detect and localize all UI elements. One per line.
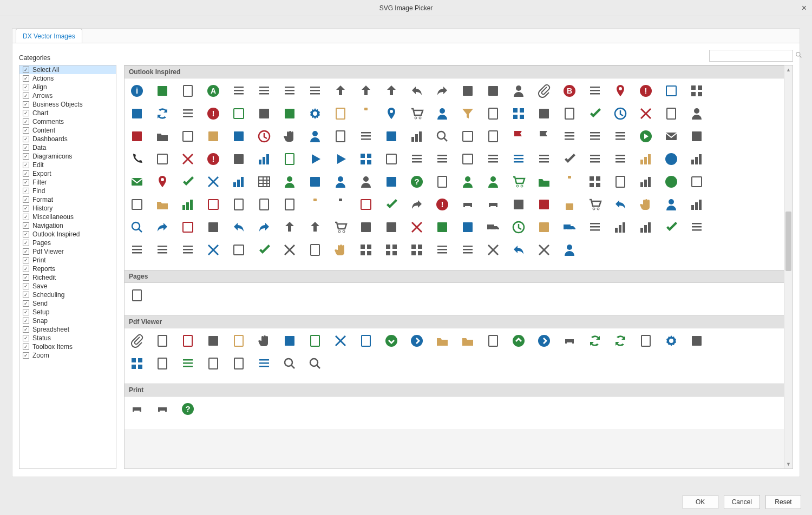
receipt-icon[interactable] [485, 128, 501, 144]
checkbox-icon[interactable]: ✓ [23, 75, 29, 82]
stacks-icon[interactable] [689, 196, 705, 213]
play-circle-icon[interactable] [638, 128, 654, 144]
graduate-icon[interactable] [689, 105, 705, 122]
scissors-icon[interactable] [536, 105, 552, 122]
checkbox-icon[interactable]: ✓ [23, 162, 29, 168]
checkbox-icon[interactable]: ✓ [23, 222, 29, 229]
redo-blue-icon[interactable] [256, 219, 272, 235]
share-arrow-icon[interactable] [154, 219, 171, 235]
calendar-icon[interactable] [256, 174, 272, 190]
monitor-icon[interactable] [689, 174, 705, 190]
doc-outline-icon[interactable] [332, 128, 349, 144]
edit-floppy-icon[interactable] [460, 219, 476, 235]
strikethru-icon[interactable] [689, 219, 705, 235]
funnel-icon[interactable] [460, 105, 476, 122]
line-spacing-icon[interactable] [510, 151, 527, 167]
close-icon[interactable]: × [802, 3, 807, 13]
sort-bars-desc-icon[interactable] [638, 219, 654, 235]
user-icon[interactable] [434, 105, 450, 122]
pin-red-icon[interactable] [154, 174, 171, 190]
table-icon[interactable] [587, 174, 603, 190]
arrow-upright-icon[interactable] [358, 83, 374, 99]
text-doc-icon[interactable] [154, 355, 171, 372]
cart-return-icon[interactable] [332, 219, 349, 235]
grid3-icon[interactable] [409, 242, 425, 258]
font-smaller-icon[interactable] [587, 128, 603, 144]
truck2-icon[interactable] [561, 219, 578, 235]
clock-icon[interactable] [612, 105, 628, 122]
person-icon[interactable] [307, 128, 323, 144]
checkbox-icon[interactable]: ✓ [23, 257, 29, 263]
id-card-icon[interactable] [180, 128, 196, 144]
chart-green-icon[interactable] [180, 196, 196, 213]
comment-icon[interactable] [689, 128, 705, 144]
cart-out-icon[interactable] [587, 196, 603, 213]
undo-blue-icon[interactable] [231, 219, 247, 235]
numbered-123-icon[interactable] [612, 151, 628, 167]
category-item[interactable]: ✓Richedit [19, 273, 116, 282]
battery-icon[interactable] [231, 105, 247, 122]
category-item[interactable]: ✓Reports [19, 265, 116, 273]
walk-icon[interactable] [561, 242, 578, 258]
text-abc-strike-icon[interactable] [180, 105, 196, 122]
category-item[interactable]: ✓Pdf Viewer [19, 247, 116, 256]
spellcheck-icon[interactable] [663, 219, 679, 235]
category-item[interactable]: ✓Arrows [19, 91, 116, 100]
currency-icon[interactable] [281, 105, 298, 122]
trend-up-box-icon[interactable] [180, 151, 196, 167]
find-page-icon[interactable] [485, 333, 501, 349]
about-circle-icon[interactable]: i [129, 83, 145, 99]
u-turn-right-icon[interactable] [485, 83, 501, 99]
search-icon[interactable] [795, 51, 802, 60]
category-item[interactable]: ✓Diagramicons [19, 152, 116, 161]
dashboard-tiles-icon[interactable] [689, 83, 705, 99]
category-item[interactable]: ✓Dashboards [19, 135, 116, 143]
category-item[interactable]: ✓Select All [19, 65, 116, 74]
compass-icon[interactable] [383, 174, 400, 190]
new-mail-icon[interactable] [129, 174, 145, 190]
category-item[interactable]: ✓Scheduling [19, 290, 116, 299]
flag-fill-icon[interactable] [510, 128, 527, 144]
underline-icon[interactable] [434, 242, 450, 258]
video-cam-icon[interactable] [154, 151, 171, 167]
category-list[interactable]: ✓Select All✓Actions✓Align✓Arrows✓Busines… [19, 65, 116, 469]
bold-circle-icon[interactable]: B [561, 83, 578, 99]
checkmark-icon[interactable] [180, 174, 196, 190]
clipboard-check-icon[interactable] [587, 105, 603, 122]
category-item[interactable]: ✓Format [19, 195, 116, 204]
checkbox-icon[interactable]: ✓ [23, 231, 29, 237]
gear2-icon[interactable] [663, 333, 679, 349]
icon-gallery[interactable]: Outlook InspirediAB!!!?!PagesPdf ViewerP… [124, 65, 793, 469]
eject-icon[interactable] [510, 196, 527, 213]
wallet2-icon[interactable] [358, 196, 374, 213]
checkbox-icon[interactable]: ✓ [23, 84, 29, 90]
hand-tool-icon[interactable] [256, 333, 272, 349]
document-icon[interactable] [256, 196, 272, 213]
font-a-icon[interactable] [561, 128, 578, 144]
checkbox-icon[interactable]: ✓ [23, 196, 29, 203]
spreadsheet-icon[interactable] [612, 174, 628, 190]
phone-device-icon[interactable] [129, 196, 145, 213]
copy-icon[interactable] [256, 105, 272, 122]
subscript-icon[interactable] [154, 242, 171, 258]
edit-abc-icon[interactable] [231, 151, 247, 167]
strike-s-icon[interactable] [180, 355, 196, 372]
checkbox-icon[interactable]: ✓ [23, 67, 29, 73]
bar-chart-icon[interactable] [256, 151, 272, 167]
checkbox-icon[interactable]: ✓ [23, 170, 29, 177]
palette-icon[interactable] [307, 174, 323, 190]
layout-icon[interactable] [638, 333, 654, 349]
save-as-icon[interactable] [205, 333, 221, 349]
binoculars-icon[interactable] [434, 128, 450, 144]
category-item[interactable]: ✓Status [19, 334, 116, 342]
bars-colored-icon[interactable] [638, 174, 654, 190]
checkbox-icon[interactable]: ✓ [23, 352, 29, 359]
fullscreen-icon[interactable] [460, 128, 476, 144]
category-item[interactable]: ✓Content [19, 126, 116, 135]
article-icon[interactable] [231, 196, 247, 213]
grid2-icon[interactable] [383, 242, 400, 258]
checkbox-icon[interactable]: ✓ [23, 300, 29, 307]
checkbox-icon[interactable]: ✓ [23, 205, 29, 212]
select-all-icon[interactable] [129, 355, 145, 372]
question-box-icon[interactable] [205, 242, 221, 258]
